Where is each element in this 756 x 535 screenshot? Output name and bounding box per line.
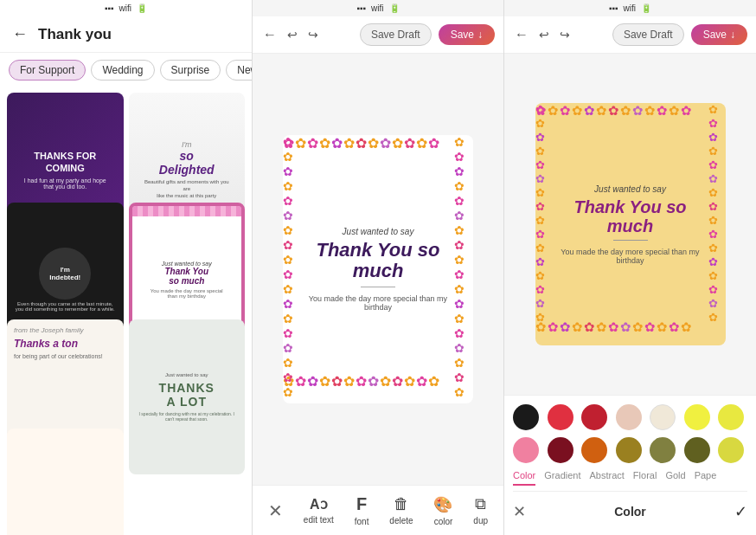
toolbar-close-button[interactable]: ✕ (268, 500, 283, 521)
card5-from: from the Joseph family (14, 326, 117, 334)
color-orange[interactable] (581, 437, 607, 463)
card4-title: Thank Youso much (151, 267, 223, 286)
color-tab-color[interactable]: Color (513, 470, 535, 486)
color-pink[interactable] (513, 437, 539, 463)
font-button[interactable]: F font (355, 494, 369, 526)
wifi-icon-2: wifi (371, 3, 383, 13)
filter-wedding[interactable]: Wedding (91, 60, 154, 81)
panel3-save-arrow-icon: ↓ (730, 29, 735, 41)
status-bar-3: ▪▪▪ wifi 🔋 (504, 0, 756, 16)
card2-subtitle: Beautiful gifts and moments with you are… (141, 179, 234, 199)
battery-icon: 🔋 (137, 3, 147, 13)
save-draft-button[interactable]: Save Draft (360, 23, 432, 46)
template-list-panel: ▪▪▪ wifi 🔋 ← Thank you For Support Weddi… (0, 0, 253, 535)
signal-icon-2: ▪▪▪ (356, 3, 366, 13)
color-yellow[interactable] (684, 404, 710, 430)
filter-for-support[interactable]: For Support (9, 60, 86, 81)
color-lime-yellow[interactable] (718, 437, 744, 463)
filter-new-b[interactable]: New B (226, 60, 252, 81)
color-dark-olive[interactable] (684, 437, 710, 463)
card-small-text: Just wanted to say (300, 227, 456, 236)
colored-card-sub: You made the day more special than my bi… (553, 248, 708, 265)
save-label: Save (451, 29, 474, 41)
color-bright-yellow[interactable] (718, 404, 744, 430)
panel3-save-draft-button[interactable]: Save Draft (612, 23, 684, 46)
panel3-back-button[interactable]: ← (513, 25, 530, 44)
card6-title: THANKSA LOT (159, 381, 215, 409)
dup-button[interactable]: ⧉ dup (473, 495, 488, 525)
signal-icon: ▪▪▪ (105, 3, 114, 13)
battery-icon-2: 🔋 (389, 3, 400, 13)
save-button[interactable]: Save ↓ (439, 24, 495, 45)
redo-button[interactable]: ↪ (306, 26, 320, 43)
card3-subtitle: Even though you came at the last minute,… (14, 301, 117, 312)
panel3-canvas: ✿ ✿ ✿ ✿ ✿ ✿ ✿ ✿ ✿ ✿ ✿ ✿ ✿ ✿ ✿ ✿ ✿ ✿ (504, 54, 756, 395)
panel3-redo-button[interactable]: ↪ (558, 26, 572, 43)
color-panel: ▪▪▪ wifi 🔋 ← ↩ ↪ Save Draft Save ↓ ✿ ✿ ✿… (504, 0, 756, 535)
color-tab-gold[interactable]: Gold (665, 470, 685, 486)
edit-text-button[interactable]: Aↄ edit text (304, 496, 334, 525)
color-black[interactable] (513, 404, 539, 430)
color-bottom-bar: ✕ Color ✓ (513, 497, 747, 526)
panel3-save-label: Save (703, 29, 727, 41)
color-close-button[interactable]: ✕ (513, 502, 526, 521)
delete-label: delete (389, 516, 413, 525)
card6-subtitle: I specially for dancing with me at my ce… (136, 411, 239, 422)
color-confirm-button[interactable]: ✓ (734, 502, 747, 521)
color-light-peach[interactable] (616, 404, 642, 430)
edit-text-label: edit text (304, 515, 334, 525)
color-cream[interactable] (650, 404, 676, 430)
card1-title: THANKS FORCOMING (34, 151, 96, 173)
font-icon: F (356, 494, 367, 514)
back-button[interactable]: ← (12, 25, 28, 43)
card-preview-content: Just wanted to say Thank You so much You… (283, 192, 473, 346)
card-preview[interactable]: ✿ ✿ ✿ ✿ ✿ ✿ ✿ ✿ ✿ ✿ ✿ ✿ ✿ ✿ ✿ ✿ ✿ ✿ (283, 135, 473, 403)
editor-canvas: ✿ ✿ ✿ ✿ ✿ ✿ ✿ ✿ ✿ ✿ ✿ ✿ ✿ ✿ ✿ ✿ ✿ ✿ (253, 54, 503, 485)
color-tab-floral[interactable]: Floral (633, 470, 657, 486)
card2-title: soDelighted (141, 149, 234, 177)
dup-label: dup (473, 516, 488, 525)
dup-icon: ⧉ (475, 495, 486, 513)
filter-row: For Support Wedding Surprise New B (0, 53, 252, 87)
card4-subtitle: You made the day more specialthan my bir… (151, 288, 223, 299)
editor-panel: ▪▪▪ wifi 🔋 ← ↩ ↪ Save Draft Save ↓ ✿ ✿ ✿… (253, 0, 504, 535)
template-grid: THANKS FORCOMING I had fun at my party a… (0, 87, 252, 535)
color-button[interactable]: 🎨 color (433, 495, 452, 526)
card6-small: Just wanted to say (165, 372, 208, 377)
color-label: color (434, 517, 453, 526)
editor-toolbar: ✕ Aↄ edit text F font 🗑 delete 🎨 color ⧉… (253, 485, 503, 535)
panel3-save-button[interactable]: Save ↓ (691, 24, 747, 45)
card1-subtitle: I had fun at my party and hopethat you d… (24, 177, 106, 190)
colored-card-content: Just wanted to say Thank You so much You… (535, 150, 726, 300)
editor-header: ← ↩ ↪ Save Draft Save ↓ (253, 16, 503, 54)
color-red[interactable] (548, 404, 573, 430)
colored-card-preview[interactable]: ✿ ✿ ✿ ✿ ✿ ✿ ✿ ✿ ✿ ✿ ✿ ✿ ✿ ✿ ✿ ✿ ✿ ✿ (535, 103, 726, 345)
colored-card-main: Thank You so much (553, 197, 708, 235)
filter-surprise[interactable]: Surprise (160, 60, 221, 81)
color-tabs: Color Gradient Abstract Floral Gold Pape (513, 470, 747, 492)
status-bar-2: ▪▪▪ wifi 🔋 (253, 0, 503, 16)
color-tab-abstract[interactable]: Abstract (590, 470, 625, 486)
panel3-undo-button[interactable]: ↩ (537, 26, 551, 43)
delete-button[interactable]: 🗑 delete (389, 495, 413, 525)
wifi-icon: wifi (119, 3, 131, 13)
color-dark-maroon[interactable] (548, 437, 573, 463)
color-olive[interactable] (650, 437, 676, 463)
card5-title: Thanks a ton (14, 338, 117, 350)
color-olive-dark[interactable] (616, 437, 642, 463)
color-tab-gradient[interactable]: Gradient (544, 470, 580, 486)
delete-icon: 🗑 (394, 495, 409, 513)
template-card-than-partial[interactable]: THAN (7, 429, 124, 535)
battery-icon-3: 🔋 (641, 3, 651, 13)
color-dark-red[interactable] (581, 404, 607, 430)
color-tab-pape[interactable]: Pape (695, 470, 717, 486)
editor-back-button[interactable]: ← (261, 25, 279, 44)
card5-subtitle: for being part of our celebrations! (14, 353, 117, 359)
signal-icon-3: ▪▪▪ (609, 3, 618, 13)
card-sub-text: You made the day more special than my bi… (300, 294, 456, 312)
panel1-title: Thank you (38, 26, 112, 43)
color-panel-title: Color (614, 505, 646, 519)
template-card-thanks-lot[interactable]: Just wanted to say THANKSA LOT I special… (129, 319, 246, 474)
status-bar-1: ▪▪▪ wifi 🔋 (0, 0, 252, 16)
undo-button[interactable]: ↩ (285, 26, 299, 43)
